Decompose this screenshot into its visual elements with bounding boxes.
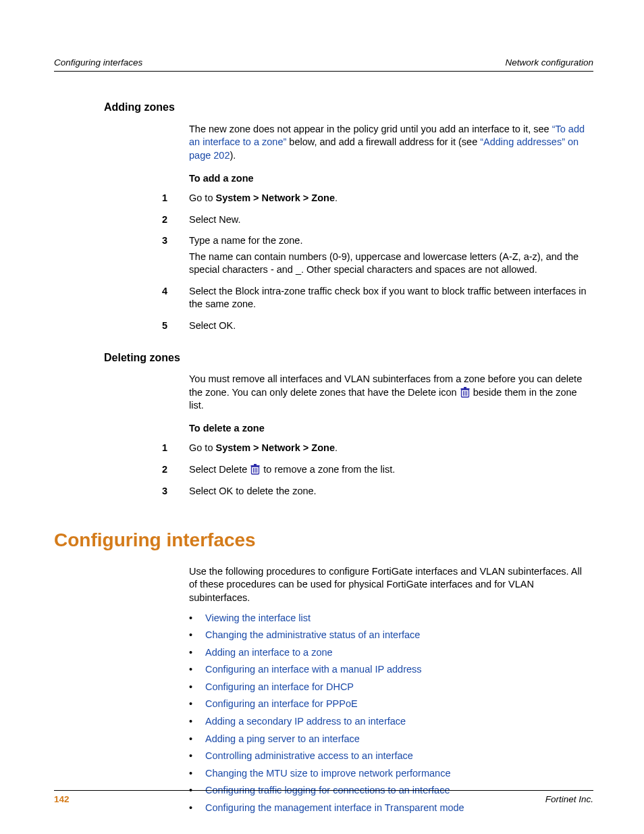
step-number: 5 <box>162 319 189 333</box>
step-number: 2 <box>162 213 189 227</box>
step-body: Select OK to delete the zone. <box>189 485 587 501</box>
text: Type a name for the zone. <box>189 234 587 248</box>
deleting-zones-intro: You must remove all interfaces and VLAN … <box>189 373 587 413</box>
svg-rect-4 <box>460 388 469 390</box>
bullet-dot: • <box>189 733 205 746</box>
link-admin-access[interactable]: Controlling administrative access to an … <box>205 750 413 763</box>
link-mtu[interactable]: Changing the MTU size to improve network… <box>205 767 450 781</box>
text: Select New. <box>189 213 587 227</box>
footer-brand: Fortinet Inc. <box>545 793 593 806</box>
step: 5 Select OK. <box>162 319 587 336</box>
link-manual-ip[interactable]: Configuring an interface with a manual I… <box>205 663 422 677</box>
page-number: 142 <box>54 793 70 806</box>
header-right: Network configuration <box>505 57 593 69</box>
text: Select Delete <box>189 464 250 475</box>
heading-deleting-zones: Deleting zones <box>104 350 593 365</box>
link-changing-admin-status[interactable]: Changing the administrative status of an… <box>205 629 420 642</box>
text: Go to <box>189 442 216 453</box>
menu-path: System > Network > Zone <box>216 442 335 453</box>
bullet-dot: • <box>189 646 205 660</box>
svg-rect-11 <box>254 464 257 465</box>
heading-adding-zones: Adding zones <box>104 100 593 115</box>
text: . <box>335 442 338 453</box>
bullet-dot: • <box>189 767 205 781</box>
trash-icon <box>250 464 260 475</box>
link-pppoe[interactable]: Configuring an interface for PPPoE <box>205 698 358 711</box>
proc-title-delete-zone: To delete a zone <box>189 422 587 436</box>
list-item: •Configuring an interface for DHCP <box>189 681 587 694</box>
heading-configuring-interfaces: Configuring interfaces <box>54 527 593 553</box>
text: ). <box>230 150 236 161</box>
step-body: Select New. <box>189 213 587 230</box>
link-ping-server[interactable]: Adding a ping server to an interface <box>205 733 360 746</box>
bullet-dot: • <box>189 629 205 642</box>
text: to remove a zone from the list. <box>261 464 395 475</box>
step-number: 1 <box>162 192 189 205</box>
link-secondary-ip[interactable]: Adding a secondary IP address to an inte… <box>205 715 406 729</box>
link-adding-interface-to-zone[interactable]: Adding an interface to a zone <box>205 646 333 660</box>
list-item: •Adding a ping server to an interface <box>189 733 587 746</box>
step-body: Select the Block intra-zone traffic chec… <box>189 285 587 314</box>
footer: 142 Fortinet Inc. <box>54 790 593 806</box>
list-item: •Configuring an interface for PPPoE <box>189 698 587 711</box>
adding-zones-intro: The new zone does not appear in the poli… <box>189 123 587 163</box>
step: 3 Select OK to delete the zone. <box>162 485 587 501</box>
text: Select the Block intra-zone traffic chec… <box>189 285 587 311</box>
step: 2 Select New. <box>162 213 587 230</box>
bullet-dot: • <box>189 715 205 729</box>
step: 1 Go to System > Network > Zone. <box>162 442 587 458</box>
step-number: 1 <box>162 442 189 455</box>
bullet-dot: • <box>189 750 205 763</box>
bullet-dot: • <box>189 681 205 694</box>
header-left: Configuring interfaces <box>54 57 142 69</box>
step: 4 Select the Block intra-zone traffic ch… <box>162 285 587 314</box>
running-head: Configuring interfaces Network configura… <box>54 57 593 72</box>
step-body: Go to System > Network > Zone. <box>189 192 587 208</box>
step-number: 4 <box>162 285 189 298</box>
svg-rect-5 <box>464 387 466 388</box>
trash-icon <box>460 387 470 398</box>
text: . <box>335 192 338 203</box>
text: Go to <box>189 192 216 203</box>
step-number: 3 <box>162 485 189 498</box>
text: The new zone does not appear in the poli… <box>189 124 552 134</box>
configuring-intro: Use the following procedures to configur… <box>189 565 587 605</box>
list-item: •Adding a secondary IP address to an int… <box>189 715 587 729</box>
list-item: •Controlling administrative access to an… <box>189 750 587 763</box>
proc-title-add-zone: To add a zone <box>189 172 587 186</box>
step: 1 Go to System > Network > Zone. <box>162 192 587 208</box>
bullet-dot: • <box>189 612 205 625</box>
link-viewing-interface-list[interactable]: Viewing the interface list <box>205 612 311 625</box>
list-item: •Changing the MTU size to improve networ… <box>189 767 587 781</box>
step: 2 Select Delete to remove a zone from th… <box>162 463 587 479</box>
step-number: 3 <box>162 234 189 248</box>
step-body: Select Delete to remove a zone from the … <box>189 463 587 479</box>
link-dhcp[interactable]: Configuring an interface for DHCP <box>205 681 354 694</box>
text: Select OK. <box>189 319 587 333</box>
step-body: Type a name for the zone. The name can c… <box>189 234 587 280</box>
step-body: Select OK. <box>189 319 587 336</box>
svg-rect-10 <box>251 465 260 467</box>
text: below, and add a firewall address for it… <box>286 136 480 147</box>
step-body: Go to System > Network > Zone. <box>189 442 587 458</box>
step: 3 Type a name for the zone. The name can… <box>162 234 587 280</box>
menu-path: System > Network > Zone <box>216 192 335 203</box>
bullet-dot: • <box>189 698 205 711</box>
list-item: •Viewing the interface list <box>189 612 587 625</box>
list-item: •Changing the administrative status of a… <box>189 629 587 642</box>
bullet-dot: • <box>189 663 205 677</box>
list-item: •Adding an interface to a zone <box>189 646 587 660</box>
step-number: 2 <box>162 463 189 477</box>
text: Select OK to delete the zone. <box>189 485 587 498</box>
list-item: •Configuring an interface with a manual … <box>189 663 587 677</box>
text: The name can contain numbers (0-9), uppe… <box>189 251 587 277</box>
